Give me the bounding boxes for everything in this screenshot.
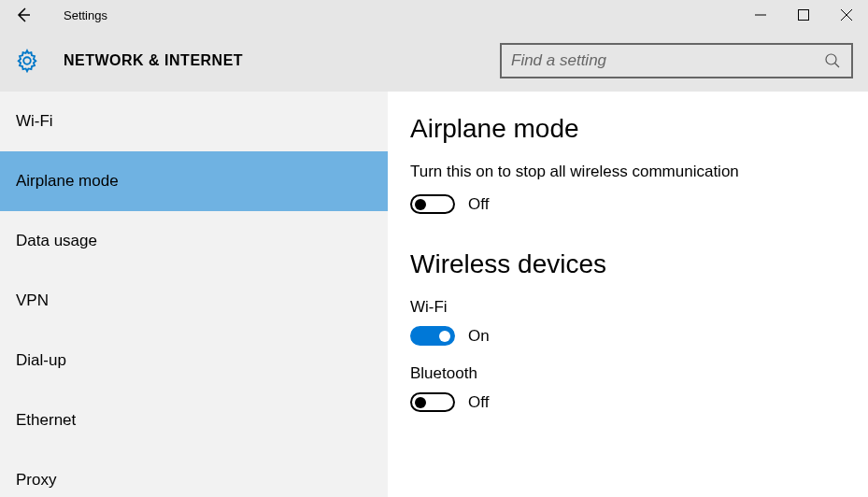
wifi-toggle-label: On [468, 327, 490, 346]
wifi-toggle-row: On [410, 326, 846, 346]
svg-rect-1 [799, 10, 809, 21]
airplane-mode-toggle[interactable] [410, 194, 455, 214]
bluetooth-toggle[interactable] [410, 392, 455, 412]
minimize-icon [755, 9, 766, 21]
search-input[interactable] [511, 51, 823, 70]
sidebar-item-proxy[interactable]: Proxy [0, 450, 388, 497]
wifi-device-label: Wi-Fi [410, 298, 846, 317]
sidebar-item-label: Airplane mode [16, 172, 119, 191]
sidebar-item-label: Data usage [16, 232, 97, 250]
sidebar-item-vpn[interactable]: VPN [0, 271, 388, 331]
sidebar-item-wifi[interactable]: Wi-Fi [0, 92, 388, 151]
wifi-toggle[interactable] [410, 326, 455, 346]
content-area: Wi-Fi Airplane mode Data usage VPN Dial-… [0, 92, 868, 497]
sidebar-item-data-usage[interactable]: Data usage [0, 211, 388, 271]
titlebar: Settings [0, 0, 868, 30]
airplane-mode-toggle-label: Off [468, 195, 489, 214]
toggle-knob [439, 331, 450, 342]
toggle-knob [415, 397, 426, 408]
close-button[interactable] [825, 0, 868, 30]
close-icon [841, 9, 852, 21]
sidebar-item-label: Proxy [16, 471, 56, 490]
bluetooth-toggle-label: Off [468, 393, 489, 412]
search-box[interactable] [500, 43, 853, 78]
main-panel: Airplane mode Turn this on to stop all w… [388, 92, 868, 497]
maximize-icon [798, 9, 809, 21]
sidebar-item-label: Wi-Fi [16, 112, 53, 131]
section-description: Turn this on to stop all wireless commun… [410, 163, 846, 181]
sidebar-item-label: VPN [16, 291, 49, 310]
gear-icon [15, 49, 39, 73]
section-title-wireless-devices: Wireless devices [410, 249, 846, 279]
sidebar-item-dial-up[interactable]: Dial-up [0, 331, 388, 390]
airplane-mode-toggle-row: Off [410, 194, 846, 214]
sidebar-item-label: Ethernet [16, 411, 76, 430]
bluetooth-toggle-row: Off [410, 392, 846, 412]
back-button[interactable] [9, 2, 36, 28]
sidebar-item-label: Dial-up [16, 351, 66, 370]
sidebar: Wi-Fi Airplane mode Data usage VPN Dial-… [0, 92, 388, 497]
sidebar-item-airplane-mode[interactable]: Airplane mode [0, 151, 388, 211]
search-icon[interactable] [823, 51, 842, 70]
minimize-button[interactable] [739, 0, 782, 30]
settings-gear-icon[interactable] [15, 49, 39, 73]
svg-line-5 [835, 64, 840, 68]
bluetooth-device-label: Bluetooth [410, 364, 846, 383]
header: NETWORK & INTERNET [0, 30, 868, 92]
toggle-knob [415, 199, 426, 210]
page-category-title: NETWORK & INTERNET [64, 52, 243, 69]
section-title-airplane-mode: Airplane mode [410, 114, 846, 144]
sidebar-item-ethernet[interactable]: Ethernet [0, 390, 388, 450]
back-arrow-icon [14, 7, 31, 23]
svg-point-4 [826, 54, 836, 64]
maximize-button[interactable] [782, 0, 825, 30]
window-title: Settings [64, 8, 107, 22]
